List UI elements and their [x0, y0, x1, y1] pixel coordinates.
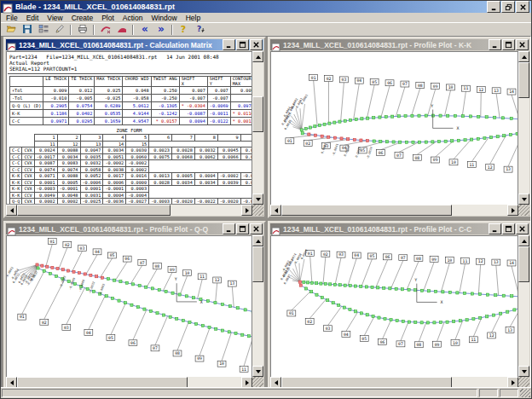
zone-cell: 0.0016	[126, 173, 149, 180]
svg-text:-0.0083: -0.0083	[59, 275, 66, 288]
vertical-scrollbar[interactable]	[518, 51, 529, 205]
save-button[interactable]	[19, 23, 35, 37]
main-close-button[interactable]	[516, 1, 529, 13]
window-resize-grip[interactable]	[520, 389, 530, 397]
scroll-down-button[interactable]	[252, 366, 263, 377]
scroll-up-button[interactable]	[252, 51, 263, 62]
vertical-scroll-thumb[interactable]	[252, 96, 263, 132]
zone-cell: 0.0024	[34, 147, 57, 154]
plot-qq-titlebar[interactable]: 1234_MILL_XCEL_010614084831.rpt - Profil…	[6, 223, 263, 234]
next-button[interactable]: »	[153, 23, 169, 37]
scroll-left-button[interactable]	[6, 205, 17, 216]
window-resize-grip[interactable]	[252, 205, 263, 216]
menu-edit[interactable]: Edit	[22, 14, 43, 22]
vertical-scroll-track[interactable]	[518, 62, 529, 194]
zone-empty-cell	[217, 166, 240, 173]
menu-action[interactable]: Action	[119, 14, 147, 22]
menu-window[interactable]: Window	[147, 14, 181, 22]
tol-cell: 0.0094	[179, 118, 207, 125]
plot-kk-close-button[interactable]	[516, 39, 529, 50]
menu-create[interactable]: Create	[67, 14, 98, 22]
horizontal-scroll-thumb[interactable]	[17, 205, 171, 216]
scroll-down-button[interactable]	[518, 194, 529, 205]
scroll-up-button[interactable]	[518, 235, 529, 246]
plot-qq-close-button[interactable]	[250, 223, 263, 234]
print-button[interactable]	[74, 23, 90, 37]
tol-cell: 0.0971	[43, 118, 69, 125]
horizontal-scroll-thumb[interactable]	[281, 205, 452, 216]
vertical-scrollbar[interactable]	[252, 51, 263, 205]
matrix-titlebar[interactable]: 1234_MILL_XCEL_010614084831.rpt - Calcul…	[6, 39, 263, 50]
horizontal-scroll-track[interactable]	[281, 205, 507, 216]
report-header: Part=1234 File=1234_MILL_XCEL_0106140848…	[7, 52, 252, 72]
svg-text:10: 10	[451, 160, 456, 165]
plot-delete-button[interactable]	[97, 23, 113, 37]
matrix-close-button[interactable]	[250, 39, 263, 50]
zone-cell: -0.0004	[126, 192, 149, 199]
main-titlebar[interactable]: Blade - 1234_MILL_XCEL_010614084831.rpt	[1, 1, 531, 13]
scroll-down-button[interactable]	[252, 194, 263, 205]
plot-qq-minimize-button[interactable]	[223, 223, 235, 234]
context-help-button[interactable]: ?	[192, 23, 208, 37]
status-bar	[1, 387, 531, 398]
plot-cc-close-button[interactable]	[516, 223, 529, 234]
matrix-minimize-button[interactable]	[223, 39, 235, 50]
plot-qq-body: 0102030405060708091011121301020304050607…	[6, 235, 263, 388]
zone-header-cell: 8	[194, 135, 217, 142]
tol-row-label: C-C	[10, 118, 43, 125]
vertical-scrollbar[interactable]	[518, 235, 529, 377]
plot-qq-maximize-button[interactable]	[236, 223, 249, 234]
tol-header-cell: SHIFTY	[207, 77, 230, 87]
plot-cc-maximize-button[interactable]	[502, 223, 515, 234]
profile-plot-qq-canvas: 0102030405060708091011121301020304050607…	[6, 235, 252, 389]
scroll-left-button[interactable]	[270, 205, 281, 216]
vertical-scroll-thumb[interactable]	[518, 62, 529, 98]
scroll-down-button[interactable]	[518, 366, 529, 377]
main-restore-button[interactable]	[501, 1, 515, 13]
zone-cell: 0.0030	[126, 147, 149, 154]
vertical-scroll-thumb[interactable]	[252, 246, 263, 282]
zone-cell: -0.0005	[240, 199, 252, 205]
tol-header-cell: CONTOURMAX	[230, 77, 252, 87]
menu-plot[interactable]: Plot	[97, 14, 119, 22]
vertical-scroll-track[interactable]	[518, 246, 529, 366]
main-minimize-button[interactable]	[487, 1, 500, 13]
plot-kk-maximize-button[interactable]	[502, 39, 515, 50]
zone-cell: 0.0001	[34, 179, 57, 186]
matrix-maximize-button[interactable]	[236, 39, 249, 50]
edit-button[interactable]	[51, 23, 67, 37]
horizontal-scrollbar[interactable]	[6, 205, 252, 216]
vertical-scroll-track[interactable]	[252, 246, 263, 366]
plot-create-button[interactable]	[113, 23, 130, 37]
open-button[interactable]	[3, 23, 19, 37]
zone-cell: 0.0004	[103, 192, 126, 199]
plot-cc-titlebar[interactable]: 1234_MILL_XCEL_010614084831.rpt - Profil…	[270, 223, 529, 234]
scroll-up-button[interactable]	[518, 51, 529, 62]
plot-kk-titlebar[interactable]: 1234_MILL_XCEL_010614084831.rpt - Profil…	[270, 39, 529, 50]
plot-kk-minimize-button[interactable]	[489, 39, 501, 50]
zone-cell: 0.0062	[194, 153, 217, 160]
plot-cc-minimize-button[interactable]	[489, 223, 501, 234]
tol-cell: 4.9547	[123, 118, 151, 125]
window-resize-grip[interactable]	[518, 205, 529, 216]
scroll-right-button[interactable]	[507, 205, 518, 216]
horizontal-scroll-track[interactable]	[17, 205, 241, 216]
menu-help[interactable]: Help	[182, 14, 205, 22]
menu-view[interactable]: View	[43, 14, 66, 22]
vertical-scroll-track[interactable]	[252, 62, 263, 194]
key-help-button[interactable]: ?	[176, 23, 192, 37]
tol-cell: * -0.0304	[179, 102, 207, 110]
report-view-button[interactable]	[35, 23, 51, 37]
previous-button[interactable]: «	[136, 23, 153, 37]
horizontal-scrollbar[interactable]	[270, 205, 518, 216]
vertical-scrollbar[interactable]	[252, 235, 263, 377]
scroll-right-button[interactable]	[241, 205, 252, 216]
menu-file[interactable]: File	[2, 14, 22, 22]
scroll-down-icon	[522, 198, 527, 201]
vertical-scroll-thumb[interactable]	[518, 246, 529, 282]
scroll-up-button[interactable]	[252, 235, 263, 246]
toolbar-separator	[171, 25, 173, 35]
zone-cell: 0.0043	[240, 179, 252, 186]
svg-text:01: 01	[49, 240, 55, 244]
svg-text:07: 07	[402, 82, 408, 86]
